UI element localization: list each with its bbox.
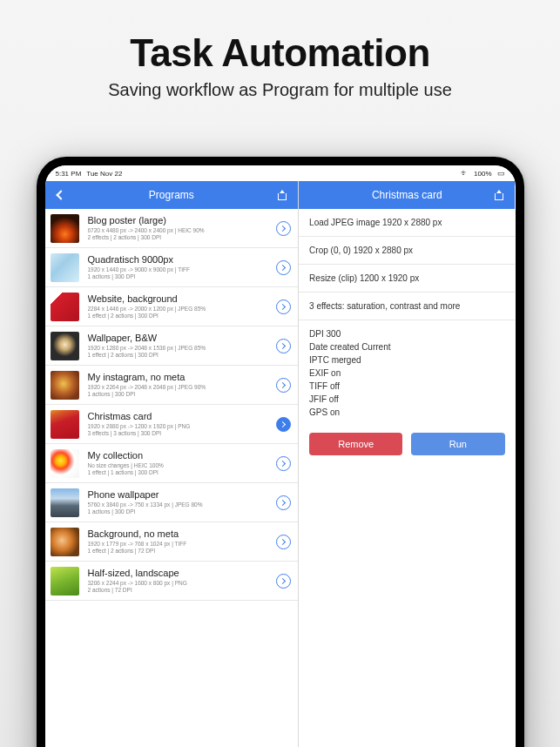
detail-meta-line: TIFF off <box>309 380 504 393</box>
program-thumbnail <box>51 371 79 400</box>
remove-button[interactable]: Remove <box>309 433 402 455</box>
chevron-right-icon <box>280 342 286 348</box>
program-thumbnail <box>51 488 79 517</box>
program-title: Background, no meta <box>88 528 277 540</box>
detail-meta-line: GPS on <box>309 406 504 419</box>
program-text: Half-sized, landscape3206 x 2244 px -> 1… <box>88 568 277 594</box>
program-subtitle: 1920 x 1280 px -> 2048 x 1536 px | JPEG … <box>88 345 277 359</box>
tablet-screen: 5:31 PM Tue Nov 22 ᯤ 100% ▭ Programs Blo… <box>45 165 516 747</box>
program-subtitle: 3206 x 2244 px -> 1600 x 800 px | PNG 2 … <box>88 580 277 594</box>
program-text: Website, background2284 x 1446 px -> 200… <box>88 293 277 320</box>
chevron-right-icon <box>280 421 286 427</box>
disclosure-button[interactable] <box>276 456 291 471</box>
disclosure-button[interactable] <box>276 417 291 432</box>
program-title: Christmas card <box>88 411 277 422</box>
detail-meta-line: IPTC merged <box>309 353 504 367</box>
program-row[interactable]: Background, no meta1920 x 1779 px -> 768… <box>45 522 299 562</box>
program-title: My instagram, no meta <box>88 372 277 383</box>
program-thumbnail <box>51 293 79 321</box>
battery-icon: ▭ <box>497 169 505 178</box>
detail-step: Resize (clip) 1200 x 1920 px <box>299 265 515 293</box>
program-list: Blog poster (large)6720 x 4480 px -> 240… <box>45 209 299 747</box>
right-nav-title: Christmas card <box>321 189 492 201</box>
hero-title: Task Automation <box>0 31 560 75</box>
disclosure-button[interactable] <box>276 535 291 549</box>
program-text: Quadratisch 9000px1920 x 1440 px -> 9000… <box>88 254 277 280</box>
status-date: Tue Nov 22 <box>86 170 122 178</box>
detail-step: Crop (0, 0) 1920 x 2880 px <box>299 237 515 265</box>
program-subtitle: 6720 x 4480 px -> 2400 x 2400 px | HEIC … <box>88 227 277 241</box>
program-subtitle: 1920 x 2880 px -> 1200 x 1920 px | PNG 3… <box>88 423 277 437</box>
back-button[interactable] <box>54 192 68 199</box>
share-icon <box>278 190 287 200</box>
right-navbar: Christmas card <box>299 181 515 209</box>
program-row[interactable]: Phone wallpaper5760 x 3840 px -> 750 x 1… <box>45 483 299 522</box>
program-title: My collection <box>88 450 277 461</box>
disclosure-button[interactable] <box>276 299 291 314</box>
chevron-right-icon <box>280 538 286 544</box>
program-row[interactable]: Christmas card1920 x 2880 px -> 1200 x 1… <box>45 405 299 444</box>
detail-step: 3 effects: saturation, contrast and more <box>299 293 515 320</box>
program-subtitle: No size changes | HEIC 100% 1 effect | 1… <box>88 462 277 476</box>
chevron-left-icon <box>56 190 65 199</box>
program-row[interactable]: My collectionNo size changes | HEIC 100%… <box>45 444 299 483</box>
program-thumbnail <box>51 214 79 243</box>
chevron-right-icon <box>280 499 286 505</box>
share-icon <box>495 190 503 200</box>
left-navbar: Programs <box>45 181 299 209</box>
left-nav-title: Programs <box>68 189 276 201</box>
program-text: Phone wallpaper5760 x 3840 px -> 750 x 1… <box>88 489 277 515</box>
program-row[interactable]: Half-sized, landscape3206 x 2244 px -> 1… <box>45 562 299 601</box>
program-thumbnail <box>51 528 79 556</box>
share-button-right[interactable] <box>492 190 506 200</box>
program-text: Background, no meta1920 x 1779 px -> 768… <box>88 528 277 555</box>
program-thumbnail <box>51 449 79 478</box>
chevron-right-icon <box>280 381 286 387</box>
chevron-right-icon <box>280 303 286 309</box>
program-row[interactable]: Website, background2284 x 1446 px -> 200… <box>45 287 299 326</box>
share-button-left[interactable] <box>275 190 289 200</box>
status-bar: 5:31 PM Tue Nov 22 ᯤ 100% ▭ <box>45 165 516 181</box>
program-detail: Load JPEG image 1920 x 2880 pxCrop (0, 0… <box>299 209 515 747</box>
detail-meta-line: Date created Current <box>309 340 504 353</box>
program-subtitle: 2284 x 1446 px -> 2000 x 1200 px | JPEG … <box>88 306 277 320</box>
detail-meta-line: DPI 300 <box>309 327 504 340</box>
program-text: My instagram, no meta1920 x 2264 px -> 2… <box>88 372 277 398</box>
program-text: My collectionNo size changes | HEIC 100%… <box>88 450 277 476</box>
disclosure-button[interactable] <box>276 221 291 236</box>
disclosure-button[interactable] <box>276 339 291 353</box>
disclosure-button[interactable] <box>276 574 291 589</box>
tablet-frame: 5:31 PM Tue Nov 22 ᯤ 100% ▭ Programs Blo… <box>37 157 524 747</box>
program-row[interactable]: Blog poster (large)6720 x 4480 px -> 240… <box>45 209 299 248</box>
chevron-right-icon <box>280 460 286 466</box>
program-subtitle: 1920 x 1440 px -> 9000 x 9000 px | TIFF … <box>88 266 277 280</box>
program-thumbnail <box>51 332 79 360</box>
detail-meta: DPI 300Date created CurrentIPTC mergedEX… <box>299 320 515 426</box>
chevron-right-icon <box>280 225 286 231</box>
program-row[interactable]: Quadratisch 9000px1920 x 1440 px -> 9000… <box>45 248 299 287</box>
program-text: Christmas card1920 x 2880 px -> 1200 x 1… <box>88 411 277 437</box>
program-thumbnail <box>51 410 79 439</box>
program-subtitle: 5760 x 3840 px -> 750 x 1334 px | JPEG 8… <box>88 501 277 515</box>
program-title: Quadratisch 9000px <box>88 254 277 266</box>
disclosure-button[interactable] <box>276 260 291 275</box>
program-subtitle: 1920 x 2264 px -> 2048 x 2048 px | JPEG … <box>88 384 277 398</box>
wifi-icon: ᯤ <box>461 169 469 178</box>
status-battery: 100% <box>474 170 491 178</box>
program-title: Half-sized, landscape <box>88 568 277 579</box>
program-row[interactable]: My instagram, no meta1920 x 2264 px -> 2… <box>45 366 299 405</box>
disclosure-button[interactable] <box>276 495 291 510</box>
program-row[interactable]: Wallpaper, B&W1920 x 1280 px -> 2048 x 1… <box>45 326 299 366</box>
detail-step: Load JPEG image 1920 x 2880 px <box>299 209 515 237</box>
program-text: Wallpaper, B&W1920 x 1280 px -> 2048 x 1… <box>88 333 277 359</box>
hero-subtitle: Saving workflow as Program for multiple … <box>0 80 560 100</box>
detail-meta-line: EXIF on <box>309 367 504 380</box>
program-title: Phone wallpaper <box>88 489 277 501</box>
run-button[interactable]: Run <box>411 433 504 455</box>
program-thumbnail <box>51 567 79 596</box>
disclosure-button[interactable] <box>276 378 291 393</box>
chevron-right-icon <box>280 264 286 270</box>
program-text: Blog poster (large)6720 x 4480 px -> 240… <box>88 215 277 241</box>
chevron-right-icon <box>280 577 286 583</box>
detail-meta-line: JFIF off <box>309 393 504 406</box>
